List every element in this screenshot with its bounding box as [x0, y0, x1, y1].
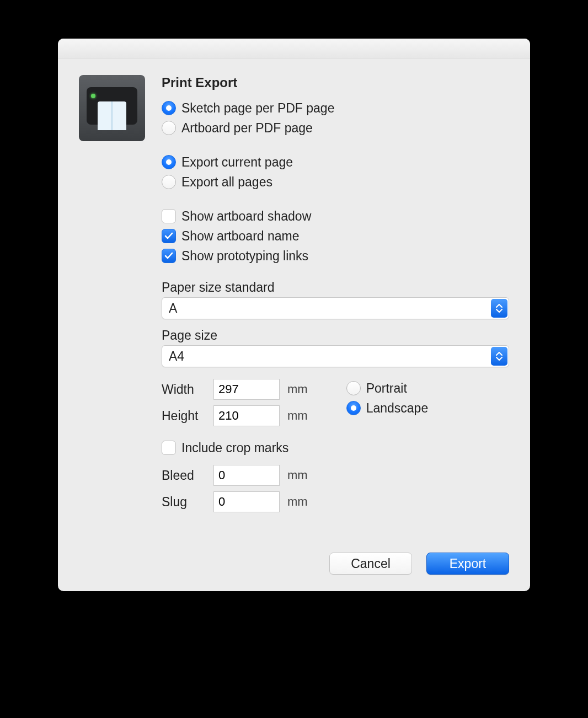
radio-portrait-label: Portrait	[366, 380, 407, 396]
bleed-unit: mm	[287, 468, 308, 483]
checkbox-show-name[interactable]	[162, 229, 176, 243]
printer-app-icon	[79, 75, 145, 141]
radio-sketch-per-page-label: Sketch page per PDF page	[181, 100, 334, 116]
cancel-button-label: Cancel	[351, 556, 391, 571]
radio-landscape-label: Landscape	[366, 400, 429, 416]
checkbox-show-proto-label: Show prototyping links	[181, 248, 308, 264]
page-size-value: A4	[169, 349, 490, 364]
height-unit: mm	[287, 409, 308, 423]
export-button[interactable]: Export	[426, 553, 509, 575]
chevron-up-down-icon	[491, 347, 507, 366]
width-unit: mm	[287, 382, 308, 396]
bleed-input[interactable]	[213, 465, 280, 486]
bleed-label: Bleed	[162, 468, 206, 483]
width-label: Width	[162, 382, 206, 397]
slug-input[interactable]	[213, 491, 280, 512]
checkmark-icon	[164, 251, 174, 261]
checkbox-show-proto[interactable]	[162, 249, 176, 263]
radio-artboard-per-page[interactable]	[162, 121, 176, 135]
page-size-select[interactable]: A4	[162, 345, 509, 367]
height-input[interactable]	[213, 405, 280, 426]
layout-group: Sketch page per PDF page Artboard per PD…	[162, 98, 509, 138]
export-button-label: Export	[450, 556, 486, 571]
slug-label: Slug	[162, 495, 206, 510]
chevron-up-down-icon	[491, 299, 507, 318]
radio-export-all[interactable]	[162, 175, 176, 189]
print-export-dialog: Print Export Sketch page per PDF page Ar…	[58, 39, 530, 591]
visibility-options: Show artboard shadow Show artboard name …	[162, 206, 509, 266]
checkbox-show-shadow-label: Show artboard shadow	[181, 208, 311, 224]
checkbox-show-name-label: Show artboard name	[181, 228, 300, 244]
scope-group: Export current page Export all pages	[162, 152, 509, 192]
checkbox-crop-marks-label: Include crop marks	[181, 440, 288, 456]
paper-standard-value: A	[169, 301, 490, 316]
cancel-button[interactable]: Cancel	[329, 553, 412, 575]
checkmark-icon	[164, 231, 174, 241]
paper-standard-label: Paper size standard	[162, 280, 509, 295]
titlebar	[58, 39, 530, 58]
radio-landscape[interactable]	[346, 401, 361, 415]
checkbox-show-shadow[interactable]	[162, 209, 176, 223]
height-label: Height	[162, 409, 206, 424]
radio-export-current[interactable]	[162, 155, 176, 169]
radio-export-current-label: Export current page	[181, 154, 293, 170]
checkbox-crop-marks[interactable]	[162, 441, 176, 455]
width-input[interactable]	[213, 379, 280, 400]
dialog-title: Print Export	[162, 75, 509, 90]
radio-export-all-label: Export all pages	[181, 174, 272, 190]
page-size-label: Page size	[162, 328, 509, 343]
radio-artboard-per-page-label: Artboard per PDF page	[181, 120, 313, 136]
paper-standard-select[interactable]: A	[162, 297, 509, 319]
radio-sketch-per-page[interactable]	[162, 101, 176, 115]
radio-portrait[interactable]	[346, 381, 361, 395]
slug-unit: mm	[287, 495, 308, 509]
